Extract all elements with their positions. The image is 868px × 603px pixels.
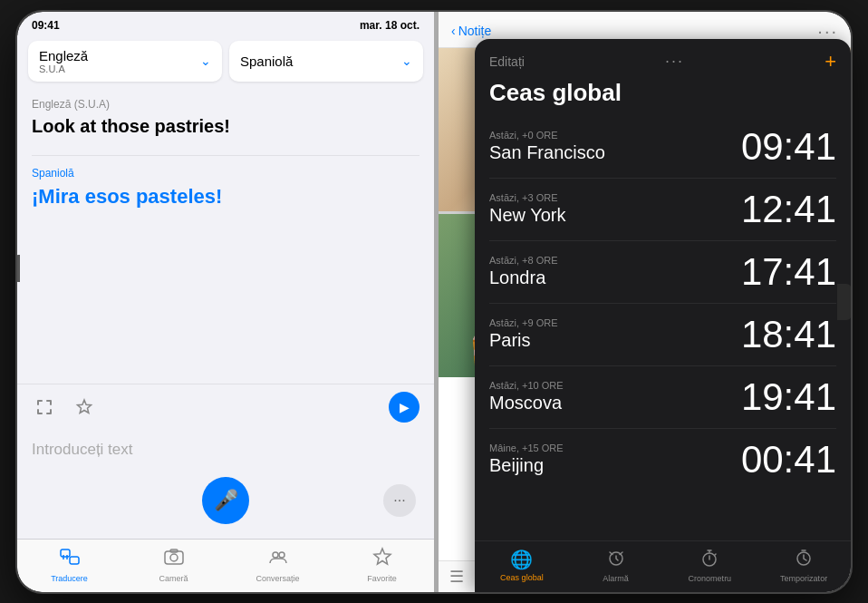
clock-item-moscova: Astăzi, +10 ORE Moscova 19:41 xyxy=(489,366,836,429)
status-bar: 09:41 mar. 18 oct. xyxy=(17,12,434,35)
clock-header: Editați ··· + xyxy=(475,39,851,77)
traducere-icon xyxy=(60,547,80,571)
source-region-label: S.U.A xyxy=(39,63,88,74)
more-button[interactable]: ··· xyxy=(383,484,416,517)
clock-info-sf: Astăzi, +0 ORE San Francisco xyxy=(489,130,605,163)
svg-rect-1 xyxy=(70,557,79,564)
clock-info-moscova: Astăzi, +10 ORE Moscova xyxy=(489,380,564,413)
note-list-icon[interactable]: ☰ xyxy=(449,567,464,587)
source-lang-label: Engleză (S.U.A) xyxy=(32,98,420,111)
moscova-time: 19:41 xyxy=(741,375,836,419)
source-language-label: Engleză xyxy=(39,48,88,63)
conversatie-icon xyxy=(268,547,288,571)
notes-back-label: Notițe xyxy=(458,24,492,38)
mic-button[interactable]: 🎤 xyxy=(202,477,249,524)
ceas-global-icon: 🌐 xyxy=(510,549,533,570)
tab-traducere-label: Traducere xyxy=(51,574,88,583)
londra-city: Londra xyxy=(489,267,558,288)
clock-tab-bar: 🌐 Ceas global Alarmă xyxy=(475,540,851,592)
tab-camera-label: Cameră xyxy=(159,574,188,583)
split-view: 09:41 mar. 18 oct. Engleză S.U.A ⌄ Spani… xyxy=(17,12,851,592)
back-chevron-icon: ‹ xyxy=(451,24,456,38)
moscova-city: Moscova xyxy=(489,393,564,413)
source-language-button[interactable]: Engleză S.U.A ⌄ xyxy=(28,41,222,82)
clock-info-beijing: Mâine, +15 ORE Beijing xyxy=(489,443,564,476)
side-button[interactable] xyxy=(17,255,20,282)
svg-rect-0 xyxy=(61,550,70,557)
ny-offset: Astăzi, +3 ORE xyxy=(489,192,566,203)
target-language-chevron: ⌄ xyxy=(401,53,412,68)
temporizator-icon xyxy=(795,549,813,571)
mic-area: 🎤 ··· xyxy=(17,470,434,539)
expand-icon[interactable] xyxy=(32,394,57,420)
clock-tab-cronometru[interactable]: Cronometru xyxy=(682,549,737,583)
temporizator-label: Temporizator xyxy=(780,574,827,583)
londra-time: 17:41 xyxy=(741,250,836,294)
clock-dots-icon: ··· xyxy=(665,52,684,71)
tab-favorite-label: Favorite xyxy=(367,574,397,583)
input-placeholder: Introduceți text xyxy=(32,441,133,458)
favorite-tab-icon xyxy=(372,547,392,571)
favorite-icon[interactable] xyxy=(72,394,97,420)
alarma-icon xyxy=(607,549,625,571)
target-language-label: Spaniolă xyxy=(240,53,293,69)
play-button[interactable]: ▶ xyxy=(389,392,420,423)
londra-offset: Astăzi, +8 ORE xyxy=(489,255,558,266)
clock-tab-ceas-global[interactable]: 🌐 Ceas global xyxy=(495,549,549,583)
tab-traducere[interactable]: Traducere xyxy=(38,547,101,583)
translation-area: Engleză (S.U.A) Look at those pastries! … xyxy=(17,87,434,384)
ceas-global-label: Ceas global xyxy=(500,573,544,582)
sf-time: 09:41 xyxy=(741,125,836,169)
beijing-offset: Mâine, +15 ORE xyxy=(489,443,564,453)
target-text: ¡Mira esos pasteles! xyxy=(32,185,420,209)
clock-item-paris: Astăzi, +9 ORE Paris 18:41 xyxy=(489,304,836,366)
translation-action-bar: ▶ xyxy=(17,384,434,430)
camera-icon xyxy=(164,547,184,571)
translator-panel: 09:41 mar. 18 oct. Engleză S.U.A ⌄ Spani… xyxy=(17,12,434,592)
cronometru-label: Cronometru xyxy=(689,574,732,583)
clock-edit-button[interactable]: Editați xyxy=(489,54,525,69)
status-time: 09:41 xyxy=(32,19,60,32)
clock-tab-alarma[interactable]: Alarmă xyxy=(589,549,643,583)
svg-point-3 xyxy=(170,554,178,561)
language-selector: Engleză S.U.A ⌄ Spaniolă ⌄ xyxy=(17,35,434,87)
clock-item-san-francisco: Astăzi, +0 ORE San Francisco 09:41 xyxy=(489,116,836,179)
svg-point-5 xyxy=(273,552,278,558)
ipad-frame: 09:41 mar. 18 oct. Engleză S.U.A ⌄ Spani… xyxy=(17,12,851,592)
tab-camera[interactable]: Cameră xyxy=(142,547,206,583)
source-language-chevron: ⌄ xyxy=(200,53,211,68)
clock-add-button[interactable]: + xyxy=(825,50,836,73)
tab-favorite[interactable]: Favorite xyxy=(351,547,414,583)
tab-conversatie[interactable]: Conversație xyxy=(246,547,310,583)
sf-city: San Francisco xyxy=(489,142,605,163)
notes-panel: ‹ Notițe ··· ● ● ● ● xyxy=(439,12,851,592)
cronometru-icon xyxy=(700,549,719,571)
clock-title: Ceas global xyxy=(475,77,851,116)
action-icons xyxy=(32,394,97,420)
clock-info-londra: Astăzi, +8 ORE Londra xyxy=(489,255,558,288)
moscova-offset: Astăzi, +10 ORE xyxy=(489,380,564,391)
ny-time: 12:41 xyxy=(741,188,836,231)
clock-tab-temporizator[interactable]: Temporizator xyxy=(776,549,831,583)
source-text: Look at those pastries! xyxy=(32,116,420,137)
clock-item-londra: Astăzi, +8 ORE Londra 17:41 xyxy=(489,241,836,304)
clock-list: Astăzi, +0 ORE San Francisco 09:41 Astăz… xyxy=(475,116,851,540)
home-button[interactable] xyxy=(837,284,851,320)
target-lang-label: Spaniolă xyxy=(32,167,420,180)
target-language-button[interactable]: Spaniolă ⌄ xyxy=(229,41,423,82)
tab-conversatie-label: Conversație xyxy=(256,574,299,583)
paris-offset: Astăzi, +9 ORE xyxy=(489,317,558,328)
clock-overlay: Editați ··· + Ceas global Astăzi, +0 ORE… xyxy=(475,39,851,592)
alarma-label: Alarmă xyxy=(603,574,629,583)
status-date: mar. 18 oct. xyxy=(360,19,420,32)
translator-tab-bar: Traducere Cameră xyxy=(17,539,434,592)
clock-info-paris: Astăzi, +9 ORE Paris xyxy=(489,317,558,351)
notes-back-button[interactable]: ‹ Notițe xyxy=(451,24,491,38)
input-area[interactable]: Introduceți text xyxy=(17,430,434,470)
split-divider[interactable] xyxy=(434,12,439,592)
beijing-time: 00:41 xyxy=(741,438,836,481)
paris-city: Paris xyxy=(489,330,558,351)
clock-info-ny: Astăzi, +3 ORE New York xyxy=(489,192,566,226)
clock-item-beijing: Mâine, +15 ORE Beijing 00:41 xyxy=(489,429,836,491)
svg-rect-2 xyxy=(165,551,183,564)
